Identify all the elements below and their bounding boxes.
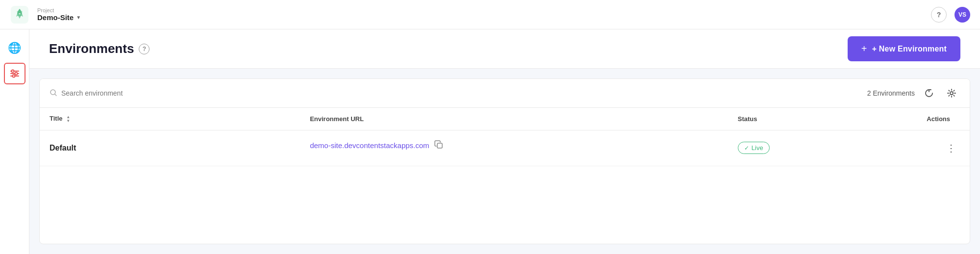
help-button[interactable]: ? bbox=[931, 7, 947, 23]
sidebar-item-globe[interactable]: 🌐 bbox=[4, 37, 25, 59]
table-header-row: Title ▲ ▼ Environment URL Status Actions bbox=[40, 108, 970, 130]
svg-point-2 bbox=[17, 11, 19, 12]
column-url: Environment URL bbox=[300, 108, 728, 130]
sliders-icon bbox=[9, 68, 20, 79]
svg-point-7 bbox=[15, 73, 17, 75]
column-actions: Actions bbox=[858, 108, 970, 130]
row-actions: ⋮ bbox=[858, 130, 970, 166]
row-status: ✓ Live bbox=[728, 130, 858, 166]
environments-table: Title ▲ ▼ Environment URL Status Actions bbox=[40, 108, 970, 166]
svg-line-11 bbox=[55, 94, 56, 96]
svg-point-9 bbox=[12, 75, 15, 77]
new-environment-button[interactable]: + + New Environment bbox=[848, 36, 960, 61]
search-input[interactable] bbox=[61, 89, 208, 97]
top-nav-actions: ? VS bbox=[931, 7, 970, 23]
env-url-link[interactable]: demo-site.devcontentstackapps.com bbox=[310, 141, 429, 150]
project-selector[interactable]: Project Demo-Site ▼ bbox=[37, 7, 81, 22]
environment-count: 2 Environments bbox=[867, 89, 915, 97]
svg-point-5 bbox=[11, 70, 14, 73]
avatar[interactable]: VS bbox=[955, 7, 970, 23]
search-bar: 2 Environments bbox=[40, 79, 970, 108]
page-help-button[interactable]: ? bbox=[139, 44, 150, 54]
column-status: Status bbox=[728, 108, 858, 130]
page-header: Environments ? + + New Environment bbox=[29, 29, 980, 69]
refresh-button[interactable] bbox=[921, 85, 937, 102]
row-url-cell: demo-site.devcontentstackapps.com bbox=[300, 130, 728, 161]
sidebar-item-sliders[interactable] bbox=[4, 63, 25, 84]
table-row: Default demo-site.devcontentstackapps.co… bbox=[40, 130, 970, 166]
check-icon: ✓ bbox=[744, 145, 749, 152]
search-input-wrap bbox=[50, 89, 867, 98]
main-layout: 🌐 Environments ? + + New Environmen bbox=[0, 29, 980, 254]
column-title: Title ▲ ▼ bbox=[40, 108, 300, 130]
plus-icon: + bbox=[861, 43, 867, 54]
project-name[interactable]: Demo-Site ▼ bbox=[37, 13, 81, 22]
page-title: Environments ? bbox=[49, 41, 150, 56]
svg-point-12 bbox=[950, 92, 953, 95]
chevron-down-icon: ▼ bbox=[76, 15, 81, 20]
row-actions-menu-button[interactable]: ⋮ bbox=[942, 140, 960, 156]
search-icon bbox=[50, 89, 57, 98]
refresh-icon bbox=[924, 88, 934, 98]
settings-button[interactable] bbox=[943, 85, 960, 102]
copy-icon[interactable] bbox=[434, 140, 443, 151]
svg-point-3 bbox=[21, 11, 23, 12]
row-title: Default bbox=[40, 130, 300, 166]
search-bar-right: 2 Environments bbox=[867, 85, 960, 102]
status-badge: ✓ Live bbox=[738, 142, 770, 154]
globe-icon: 🌐 bbox=[8, 42, 21, 54]
table-area: 2 Environments bbox=[39, 78, 970, 244]
gear-icon bbox=[947, 88, 956, 98]
sidebar: 🌐 bbox=[0, 29, 29, 254]
content-area: Environments ? + + New Environment bbox=[29, 29, 980, 254]
project-label: Project bbox=[37, 7, 81, 13]
svg-rect-13 bbox=[437, 143, 442, 148]
sort-icon[interactable]: ▲ ▼ bbox=[66, 115, 70, 123]
logo bbox=[10, 5, 29, 25]
top-nav: Project Demo-Site ▼ ? VS bbox=[0, 0, 980, 29]
